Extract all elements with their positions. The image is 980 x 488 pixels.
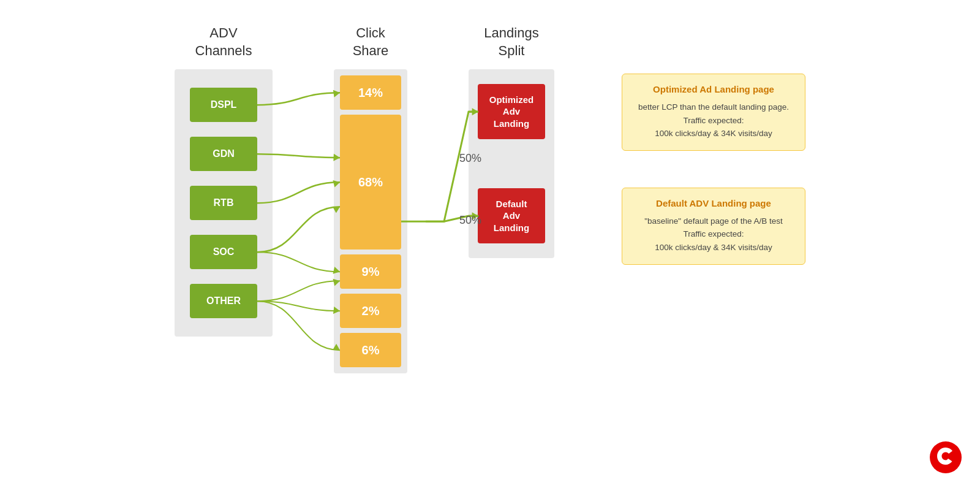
info-card-optimized-body: better LCP than the default landing page…	[635, 101, 793, 140]
info-cards-section: Optimized Ad Landing page better LCP tha…	[622, 74, 805, 265]
info-card-optimized: Optimized Ad Landing page better LCP tha…	[622, 74, 805, 151]
landings-split-section: Landings Split OptimizedAdvLanding Defau…	[469, 25, 554, 258]
share-14: 14%	[340, 75, 401, 110]
click-share-header: Click Share	[353, 25, 389, 59]
main-wrapper: 50%50% ADV Channels DSPL GDN RTB SOC OTH…	[0, 0, 980, 488]
channel-other: OTHER	[190, 284, 257, 318]
click-share-section: Click Share 14% 68% 9% 2% 6%	[334, 25, 407, 373]
vodafone-logo	[930, 441, 962, 476]
channel-soc: SOC	[190, 235, 257, 269]
adv-channels-header: ADV Channels	[195, 25, 252, 59]
channel-dspl: DSPL	[190, 88, 257, 122]
share-2: 2%	[340, 294, 401, 328]
click-share-column: 14% 68% 9% 2% 6%	[334, 69, 407, 373]
info-card-default: Default ADV Landing page "baseline" defa…	[622, 188, 805, 265]
landing-optimized: OptimizedAdvLanding	[478, 84, 545, 139]
share-9: 9%	[340, 254, 401, 289]
landing-default: DefaultAdvLanding	[478, 188, 545, 243]
channel-gdn: GDN	[190, 137, 257, 171]
landings-split-header: Landings Split	[484, 25, 538, 59]
share-68: 68%	[340, 115, 401, 250]
info-card-optimized-title: Optimized Ad Landing page	[635, 84, 793, 94]
channel-rtb: RTB	[190, 186, 257, 220]
info-card-default-body: "baseline" default page of the A/B test …	[635, 215, 793, 254]
layout: ADV Channels DSPL GDN RTB SOC OTHER Clic…	[0, 0, 980, 488]
share-6: 6%	[340, 333, 401, 367]
adv-channels-column: DSPL GDN RTB SOC OTHER	[175, 69, 273, 337]
landings-split-column: OptimizedAdvLanding DefaultAdvLanding	[469, 69, 554, 258]
svg-point-13	[930, 441, 962, 473]
adv-channels-section: ADV Channels DSPL GDN RTB SOC OTHER	[175, 25, 273, 337]
info-card-default-title: Default ADV Landing page	[635, 198, 793, 208]
